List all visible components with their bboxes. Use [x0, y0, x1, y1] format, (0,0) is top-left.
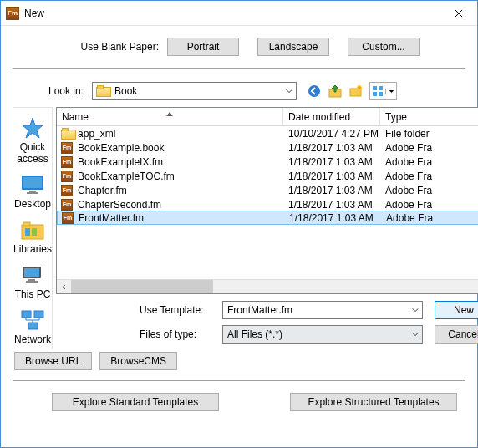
use-template-value: FrontMatter.fm	[223, 304, 408, 316]
svg-rect-15	[32, 228, 37, 236]
chevron-down-icon	[408, 326, 422, 343]
place-label: Network	[14, 333, 51, 345]
new-button[interactable]: New	[435, 301, 478, 319]
browse-buttons: Browse URL BrowseCMS	[14, 349, 465, 380]
svg-rect-14	[25, 228, 30, 236]
lookin-label: Look in:	[13, 85, 92, 97]
divider	[13, 380, 465, 381]
file-row[interactable]: FmChapter.fm1/18/2017 1:03 AMAdobe Fra	[57, 183, 478, 197]
fm-file-icon: Fm	[61, 185, 74, 196]
file-type: Adobe Fra	[381, 212, 478, 224]
column-name[interactable]: Name	[57, 108, 283, 125]
place-quick-access[interactable]: Quick access	[13, 112, 52, 168]
custom-button[interactable]: Custom...	[348, 38, 420, 56]
scroll-thumb[interactable]	[71, 280, 213, 294]
place-desktop[interactable]: Desktop	[13, 169, 52, 213]
file-name: ChapterSecond.fm	[78, 199, 161, 211]
file-type: Adobe Fra	[380, 142, 478, 154]
lookin-combo[interactable]: Book	[92, 82, 297, 100]
scroll-left-button[interactable]	[57, 280, 71, 294]
scroll-track[interactable]	[71, 280, 478, 294]
file-row[interactable]: FmBookExampleTOC.fm1/18/2017 1:03 AMAdob…	[57, 169, 478, 183]
use-template-label: Use Template:	[56, 304, 222, 316]
file-list[interactable]: Name Date modified Type app_xml10/10/201…	[56, 107, 478, 294]
places-bar: Quick accessDesktopLibrariesThis PCNetwo…	[13, 107, 53, 349]
svg-rect-9	[23, 177, 42, 188]
file-date: 1/18/2017 1:03 AM	[283, 199, 380, 211]
column-date[interactable]: Date modified	[283, 108, 380, 125]
file-type: Adobe Fra	[380, 185, 478, 196]
column-headers[interactable]: Name Date modified Type	[57, 108, 478, 126]
place-network[interactable]: Network	[13, 304, 52, 349]
file-type: File folder	[380, 128, 478, 140]
svg-rect-13	[23, 222, 30, 226]
svg-rect-6	[373, 92, 377, 96]
file-row[interactable]: FmChapterSecond.fm1/18/2017 1:03 AMAdobe…	[57, 197, 478, 211]
libraries-icon	[18, 217, 47, 242]
file-date: 1/18/2017 1:03 AM	[283, 171, 380, 182]
place-label: Libraries	[13, 243, 52, 255]
svg-rect-10	[29, 191, 36, 192]
svg-rect-19	[26, 281, 38, 283]
app-icon: Fm	[6, 7, 19, 20]
browse-url-button[interactable]: Browse URL	[14, 352, 92, 370]
file-name: FrontMatter.fm	[79, 212, 144, 224]
explore-standard-templates-button[interactable]: Explore Standard Templates	[52, 393, 219, 411]
files-of-type-combo[interactable]: All Files (*.*)	[222, 325, 423, 344]
place-this-pc[interactable]: This PC	[13, 259, 52, 303]
fm-file-icon: Fm	[61, 142, 74, 154]
desktop-icon	[18, 172, 47, 197]
file-name: BookExample.book	[78, 142, 164, 154]
folder-icon	[96, 85, 109, 97]
file-row[interactable]: FmFrontMatter.fm1/18/2017 1:03 AMAdobe F…	[57, 211, 478, 225]
file-date: 1/18/2017 1:03 AM	[284, 212, 381, 224]
back-button[interactable]	[307, 84, 322, 99]
landscape-button[interactable]: Landscape	[257, 38, 329, 56]
toolbar	[307, 82, 397, 100]
close-button[interactable]	[440, 1, 477, 25]
bottom-form: Use Template: FrontMatter.fm New Files o…	[56, 301, 478, 349]
file-date: 1/18/2017 1:03 AM	[283, 156, 380, 168]
new-dialog: Fm New Use Blank Paper: Portrait Landsca…	[0, 0, 478, 448]
view-icon	[372, 85, 384, 97]
file-date: 10/10/2017 4:27 PM	[283, 128, 380, 140]
file-type: Adobe Fra	[380, 156, 478, 168]
fm-file-icon: Fm	[61, 199, 74, 211]
browse-cms-button[interactable]: BrowseCMS	[99, 352, 177, 370]
lookin-value: Book	[113, 85, 282, 97]
use-template-combo[interactable]: FrontMatter.fm	[222, 301, 423, 319]
pc-icon	[18, 262, 47, 288]
file-row[interactable]: FmBookExample.book1/18/2017 1:03 AMAdobe…	[57, 140, 478, 155]
new-folder-button[interactable]	[348, 84, 364, 99]
explore-structured-templates-button[interactable]: Explore Structured Templates	[290, 393, 457, 411]
up-icon	[328, 84, 342, 98]
view-menu-button[interactable]	[369, 82, 397, 100]
cancel-button[interactable]: Cancel	[435, 325, 478, 344]
column-type[interactable]: Type	[380, 108, 478, 125]
file-name: Chapter.fm	[78, 185, 127, 196]
file-name: BookExampleIX.fm	[78, 156, 163, 168]
explore-buttons: Explore Standard Templates Explore Struc…	[13, 389, 465, 415]
svg-rect-17	[24, 268, 39, 277]
place-libraries[interactable]: Libraries	[13, 214, 52, 258]
chevron-down-icon	[389, 89, 394, 94]
file-name: app_xml	[78, 128, 115, 140]
file-type: Adobe Fra	[380, 171, 478, 182]
file-rows: app_xml10/10/2017 4:27 PMFile folderFmBo…	[57, 126, 478, 225]
up-one-level-button[interactable]	[328, 84, 343, 99]
fm-file-icon: Fm	[62, 212, 75, 224]
star-icon	[18, 115, 47, 140]
blank-paper-label: Use Blank Paper:	[13, 41, 167, 53]
svg-rect-7	[379, 92, 383, 96]
horizontal-scrollbar[interactable]	[57, 279, 478, 293]
portrait-button[interactable]: Portrait	[167, 38, 239, 56]
file-row[interactable]: FmBookExampleIX.fm1/18/2017 1:03 AMAdobe…	[57, 155, 478, 169]
back-icon	[308, 84, 321, 98]
svg-rect-20	[22, 311, 31, 318]
svg-rect-11	[27, 192, 38, 194]
svg-rect-18	[28, 279, 35, 281]
chevron-down-icon	[408, 302, 422, 318]
file-row[interactable]: app_xml10/10/2017 4:27 PMFile folder	[57, 126, 478, 140]
file-date: 1/18/2017 1:03 AM	[283, 185, 380, 196]
svg-rect-4	[373, 86, 377, 90]
